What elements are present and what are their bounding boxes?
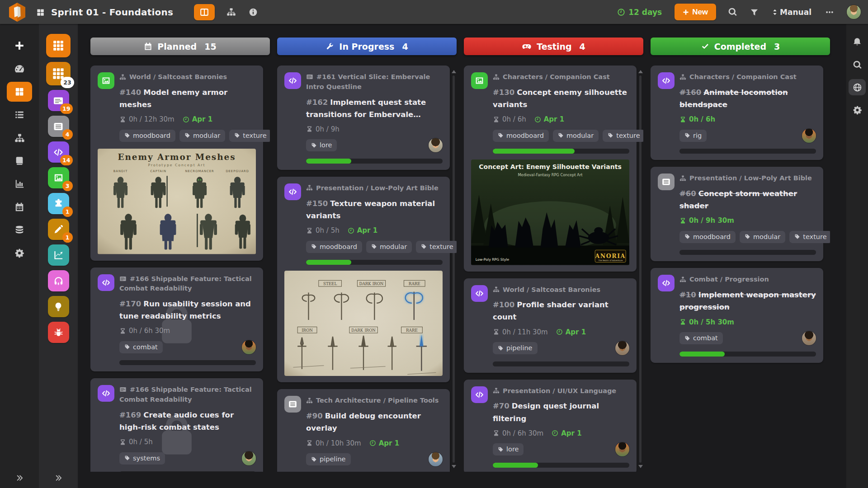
parent-breadcrumb[interactable]: Combat / Progression: [679, 275, 816, 285]
tag[interactable]: combat: [119, 341, 163, 353]
category-programming[interactable]: 14: [48, 141, 69, 163]
tag[interactable]: modular: [553, 130, 599, 142]
category-writing[interactable]: 1: [48, 219, 69, 240]
tag[interactable]: moodboard: [306, 241, 362, 253]
tag[interactable]: lore: [493, 443, 524, 455]
sidebar-item-dashboard[interactable]: [7, 59, 32, 79]
assignee-avatar[interactable]: [615, 341, 629, 355]
task-title[interactable]: #130Concept enemy silhouette variants: [493, 86, 629, 111]
tag[interactable]: modular: [366, 241, 412, 253]
parent-breadcrumb[interactable]: Characters / Companion Cast: [493, 72, 629, 82]
assignee-avatar[interactable]: [242, 451, 256, 465]
new-task-button[interactable]: New: [675, 4, 716, 20]
assignee-avatar[interactable]: [802, 129, 816, 143]
sort-mode-dropdown[interactable]: Manual: [771, 8, 811, 17]
tag[interactable]: modular: [740, 231, 785, 243]
tag[interactable]: rig: [679, 130, 707, 142]
task-title[interactable]: #140Model enemy armor meshes: [119, 86, 256, 111]
parent-breadcrumb[interactable]: #166 Shippable Feature: Tactical Combat …: [119, 274, 256, 294]
filter-all-active[interactable]: [46, 34, 71, 57]
task-card[interactable]: Combat / Progression #10Implement weapon…: [651, 268, 823, 362]
parent-breadcrumb[interactable]: World / Saltcoast Baronies: [119, 72, 256, 82]
more-options-icon[interactable]: [825, 7, 834, 17]
task-attachment-image[interactable]: Enemy Armor Meshes Prototype Concept Art…: [98, 149, 256, 254]
tag[interactable]: texture: [229, 130, 270, 142]
sidebar-item-data[interactable]: [7, 220, 32, 240]
sidebar-item-metrics[interactable]: [7, 174, 32, 194]
task-title[interactable]: #150Texture weapon material variants: [306, 197, 443, 222]
column-scrollbar[interactable]: [451, 70, 456, 468]
task-card[interactable]: Presentation / Low-Poly Art Bible #60Con…: [651, 167, 823, 261]
task-title[interactable]: #10Implement weapon mastery progression: [679, 289, 816, 313]
column-header-testing[interactable]: Testing4: [464, 38, 643, 55]
filter-all-categories[interactable]: 23: [46, 62, 71, 85]
column-header-completed[interactable]: Completed3: [651, 38, 830, 55]
category-bugs[interactable]: [48, 322, 69, 343]
tag[interactable]: texture: [789, 231, 830, 243]
task-card[interactable]: #161 Vertical Slice: Embervale Intro Que…: [277, 66, 450, 170]
task-title[interactable]: #169Create audio cues for high-risk comb…: [119, 409, 256, 433]
parent-breadcrumb[interactable]: Tech Architecture / Pipeline Tools: [306, 396, 443, 406]
assignee-avatar[interactable]: [242, 340, 256, 354]
category-audio[interactable]: [48, 270, 69, 291]
task-attachment-image[interactable]: STEEL DARK IRON RARE IRON DARK IRON RARE: [284, 271, 443, 376]
assignee-avatar[interactable]: [615, 442, 629, 456]
sidebar-add-button[interactable]: [7, 36, 32, 56]
task-title[interactable]: #60Concept storm weather shader: [679, 188, 816, 212]
community-globe-icon[interactable]: [849, 79, 866, 95]
assignee-avatar[interactable]: [429, 452, 443, 466]
tag[interactable]: lore: [306, 139, 337, 151]
sidebar-item-backlog[interactable]: [7, 105, 32, 125]
filter-icon[interactable]: [750, 8, 759, 17]
app-logo-icon[interactable]: [8, 2, 26, 22]
parent-breadcrumb[interactable]: #166 Shippable Feature: Tactical Combat …: [119, 385, 256, 405]
tag[interactable]: texture: [603, 130, 643, 142]
notifications-bell-icon[interactable]: [849, 34, 866, 50]
parent-breadcrumb[interactable]: Presentation / Low-Poly Art Bible: [306, 183, 443, 193]
settings-gear-icon[interactable]: [849, 102, 866, 118]
parent-breadcrumb[interactable]: #161 Vertical Slice: Embervale Intro Que…: [306, 72, 443, 92]
task-card[interactable]: Characters / Companion Cast #130Concept …: [464, 66, 637, 272]
parent-breadcrumb[interactable]: Presentation / Low-Poly Art Bible: [679, 174, 816, 183]
tag[interactable]: modular: [179, 130, 225, 142]
parent-breadcrumb[interactable]: Characters / Companion Cast: [679, 72, 816, 82]
task-card[interactable]: Characters / Companion Cast #160Animate …: [651, 66, 823, 160]
user-avatar[interactable]: [847, 5, 861, 19]
task-attachment-image[interactable]: Concept Art: Enemy Silhouette Variants M…: [471, 160, 629, 265]
search-icon[interactable]: [728, 7, 737, 17]
column-header-in-progress[interactable]: In Progress4: [277, 38, 457, 55]
task-card[interactable]: World / Saltcoast Baronies #140Model ene…: [90, 66, 263, 261]
task-title[interactable]: #100Profile shader variant count: [493, 299, 629, 323]
expand-sidebar-chevrons[interactable]: [15, 474, 24, 483]
task-card[interactable]: World / Saltcoast Baronies #100Profile s…: [464, 278, 637, 373]
task-title[interactable]: #170Run usability session and tune reada…: [119, 298, 256, 322]
tag[interactable]: texture: [416, 241, 457, 253]
sidebar-item-design-model[interactable]: [7, 151, 32, 171]
boards-menu-icon[interactable]: [36, 8, 45, 17]
category-design[interactable]: 19: [48, 90, 69, 111]
category-game-design[interactable]: 1: [48, 193, 69, 214]
task-card[interactable]: #166 Shippable Feature: Tactical Combat …: [90, 267, 263, 372]
tag[interactable]: pipeline: [306, 453, 351, 465]
task-title[interactable]: #160Animate locomotion blendspace: [679, 86, 816, 111]
category-documentation[interactable]: 4: [48, 116, 69, 137]
task-card[interactable]: Presentation / Low-Poly Art Bible #150Te…: [277, 177, 450, 383]
hierarchy-view-icon[interactable]: [226, 7, 236, 17]
task-title[interactable]: #90Build debug encounter overlay: [306, 410, 443, 434]
assignee-avatar[interactable]: [802, 331, 816, 345]
sidebar-item-settings[interactable]: [7, 243, 32, 263]
search-panel-icon[interactable]: [849, 56, 866, 73]
tag[interactable]: moodboard: [679, 231, 736, 243]
category-marketing[interactable]: [48, 244, 69, 266]
task-title[interactable]: #70Design quest journal filtering: [493, 400, 629, 424]
tag[interactable]: systems: [119, 452, 165, 465]
task-card[interactable]: Tech Architecture / Pipeline Tools #90Bu…: [277, 389, 450, 472]
tag[interactable]: moodboard: [493, 130, 549, 142]
task-card[interactable]: Presentation / UI/UX Language #70Design …: [464, 380, 637, 472]
parent-breadcrumb[interactable]: Presentation / UI/UX Language: [493, 386, 629, 396]
column-header-planned[interactable]: Planned15: [90, 38, 270, 55]
expand-categories-chevrons[interactable]: [54, 474, 63, 483]
tag[interactable]: pipeline: [493, 342, 538, 354]
sidebar-item-calendar[interactable]: [7, 197, 32, 217]
task-title[interactable]: #162Implement quest state transitions fo…: [306, 96, 443, 121]
